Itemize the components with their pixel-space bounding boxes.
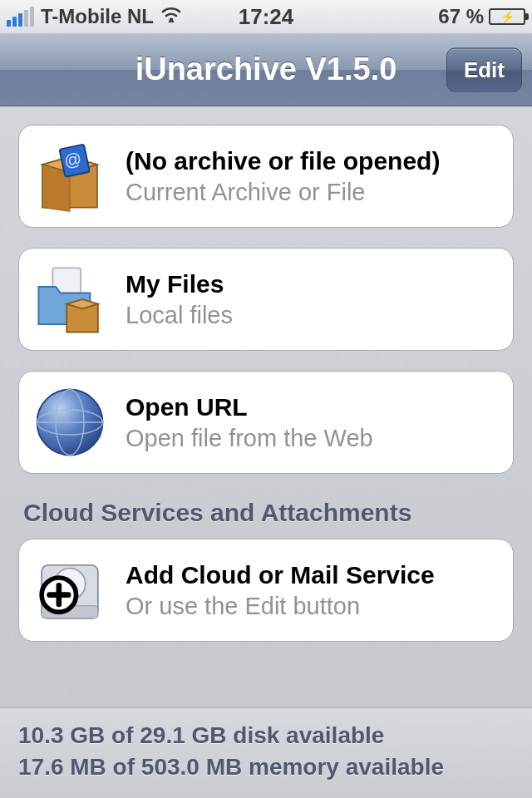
- battery-icon: ⚡: [489, 8, 525, 25]
- globe-icon: [31, 383, 109, 461]
- status-bar: T-Mobile NL 17:24 67 % ⚡: [0, 0, 532, 33]
- wifi-icon: [160, 6, 182, 27]
- cell-title: (No archive or file opened): [126, 147, 498, 175]
- open-url-cell[interactable]: Open URL Open file from the Web: [18, 371, 514, 474]
- cell-title: My Files: [126, 270, 498, 298]
- status-time: 17:24: [239, 4, 294, 30]
- cell-subtitle: Open file from the Web: [126, 425, 498, 452]
- cell-subtitle: Or use the Edit button: [126, 593, 498, 620]
- add-drive-icon: [31, 551, 109, 629]
- cloud-section-header: Cloud Services and Attachments: [23, 499, 509, 527]
- carrier-label: T-Mobile NL: [41, 5, 154, 28]
- storage-footer: 10.3 GB of 29.1 GB disk available 17.6 M…: [0, 707, 532, 798]
- content-area: @ (No archive or file opened) Current Ar…: [0, 106, 532, 707]
- current-archive-cell[interactable]: @ (No archive or file opened) Current Ar…: [18, 125, 514, 228]
- status-right: 67 % ⚡: [293, 5, 525, 28]
- cell-subtitle: Current Archive or File: [126, 179, 498, 206]
- archive-box-icon: @: [31, 137, 109, 215]
- my-files-cell[interactable]: My Files Local files: [18, 248, 514, 351]
- nav-bar: iUnarchive V1.5.0 Edit: [0, 33, 532, 106]
- edit-button[interactable]: Edit: [446, 47, 522, 91]
- app-title: iUnarchive V1.5.0: [135, 52, 397, 87]
- folder-box-icon: [31, 260, 109, 338]
- memory-available-label: 17.6 MB of 503.0 MB memory available: [18, 751, 514, 783]
- battery-percent: 67 %: [438, 5, 484, 28]
- status-left: T-Mobile NL: [7, 5, 239, 28]
- disk-available-label: 10.3 GB of 29.1 GB disk available: [18, 720, 514, 751]
- cell-title: Add Cloud or Mail Service: [126, 561, 498, 589]
- signal-bars-icon: [7, 7, 34, 27]
- cell-title: Open URL: [126, 393, 498, 421]
- add-cloud-service-cell[interactable]: Add Cloud or Mail Service Or use the Edi…: [18, 539, 514, 642]
- cell-subtitle: Local files: [126, 302, 498, 329]
- svg-point-0: [170, 18, 174, 22]
